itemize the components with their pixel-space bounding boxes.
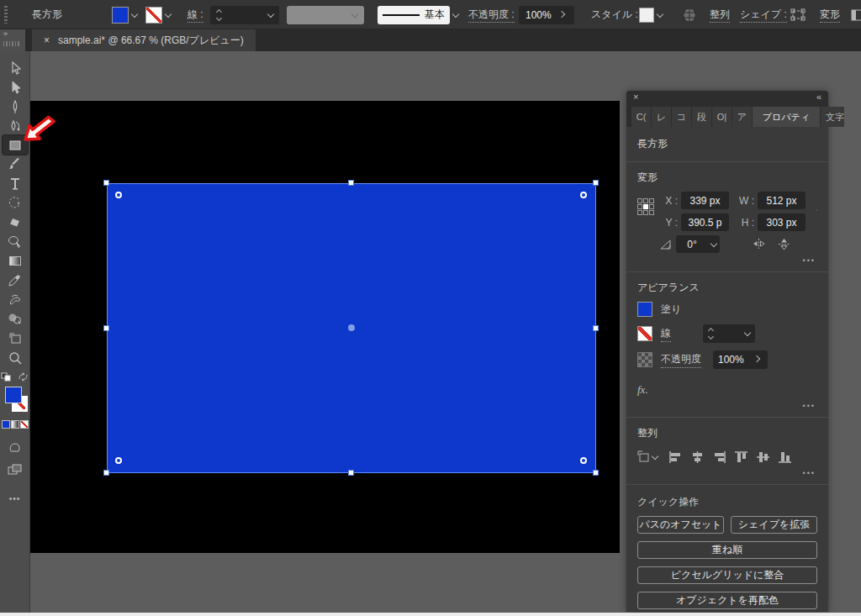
zoom-tool[interactable] xyxy=(3,348,28,367)
eraser-tool[interactable] xyxy=(3,213,28,232)
control-bar-grip[interactable] xyxy=(4,6,8,24)
appearance-fill-label[interactable]: 塗り xyxy=(661,303,681,317)
recolor-object-button[interactable]: オブジェクトを再配色 xyxy=(637,592,817,609)
selection-handle[interactable] xyxy=(593,180,599,186)
appearance-stroke-label[interactable]: 線 xyxy=(661,326,671,342)
align-to-chevron-icon[interactable] xyxy=(652,453,658,460)
appearance-fill-swatch[interactable] xyxy=(637,302,652,317)
transform-more-options[interactable]: ••• xyxy=(637,253,817,271)
align-panel-button[interactable]: 整列 xyxy=(710,8,730,23)
selection-handle[interactable] xyxy=(103,325,109,331)
appearance-opacity-label[interactable]: 不透明度 xyxy=(661,352,701,368)
opacity-popup-icon[interactable] xyxy=(753,355,759,362)
panel-collapse-icon[interactable]: « xyxy=(816,92,821,102)
transform-panel-button[interactable]: 変形 xyxy=(820,8,840,23)
stroke-weight-control[interactable] xyxy=(210,0,279,29)
align-more-options[interactable]: ••• xyxy=(637,466,817,484)
screen-mode-button[interactable] xyxy=(3,460,28,479)
draw-mode-button[interactable] xyxy=(3,437,28,456)
reference-point-locator[interactable] xyxy=(637,198,654,253)
rotation-angle-value[interactable]: 0° xyxy=(676,239,708,250)
align-center-horizontal-icon[interactable] xyxy=(690,450,705,464)
appearance-opacity-value[interactable]: 100% xyxy=(718,354,744,366)
stroke-weight-stepper[interactable] xyxy=(705,329,716,339)
eyedropper-tool[interactable] xyxy=(3,271,28,290)
type-tool[interactable] xyxy=(3,174,28,193)
edit-toolbar-button[interactable]: ••• xyxy=(9,494,21,503)
align-left-icon[interactable] xyxy=(668,450,683,464)
selection-tool[interactable] xyxy=(3,58,28,77)
recolor-artwork-button[interactable] xyxy=(682,0,697,29)
selection-handle[interactable] xyxy=(348,180,354,186)
corner-radius-widget[interactable] xyxy=(115,457,122,464)
flip-vertical-icon[interactable] xyxy=(778,238,790,250)
dock-grip[interactable] xyxy=(3,41,20,46)
fx-effects-button[interactable]: fx. xyxy=(637,376,817,398)
color-mode-gradient-icon[interactable] xyxy=(11,420,19,429)
panel-header[interactable]: × « xyxy=(626,91,828,104)
brush-chevron-icon[interactable] xyxy=(452,10,459,17)
align-top-icon[interactable] xyxy=(734,450,748,464)
opacity-label[interactable]: 不透明度 : xyxy=(468,8,515,23)
w-input[interactable]: 512 px xyxy=(758,192,806,209)
stroke-color-well[interactable] xyxy=(145,0,174,29)
style-swatch[interactable] xyxy=(639,8,654,23)
panel-tab[interactable]: 文字 xyxy=(821,107,844,127)
fill-color-well[interactable] xyxy=(112,0,140,29)
stroke-weight-label[interactable]: 線 : xyxy=(188,8,203,23)
shape-panel-label[interactable]: シェイプ : xyxy=(740,8,787,23)
paintbrush-tool[interactable] xyxy=(3,155,28,174)
align-center-vertical-icon[interactable] xyxy=(756,450,770,464)
selection-handle[interactable] xyxy=(348,470,354,476)
corner-radius-widget[interactable] xyxy=(580,192,587,198)
link-dimensions-icon[interactable] xyxy=(816,202,817,218)
panel-tab[interactable]: O| xyxy=(712,107,732,127)
graphic-style-well[interactable] xyxy=(639,0,666,29)
center-point[interactable] xyxy=(348,324,355,331)
brush-definition-dropdown[interactable]: 基本 xyxy=(378,0,462,29)
panel-tab[interactable]: レ xyxy=(652,107,671,127)
x-input[interactable]: 339 px xyxy=(681,192,729,209)
appearance-stroke-swatch[interactable] xyxy=(637,326,652,341)
fill-well-blue[interactable] xyxy=(5,387,22,403)
shape-builder-tool[interactable] xyxy=(3,232,28,251)
align-right-icon[interactable] xyxy=(712,450,726,464)
selection-handle[interactable] xyxy=(103,470,109,476)
rotation-chevron-icon[interactable] xyxy=(710,240,717,246)
align-bottom-icon[interactable] xyxy=(778,450,792,464)
artboard-tool[interactable] xyxy=(3,329,28,348)
stroke-weight-stepper[interactable] xyxy=(213,10,224,20)
opacity-value[interactable]: 100% xyxy=(526,9,552,21)
shaper-tool[interactable] xyxy=(3,290,28,309)
shape-icon[interactable] xyxy=(790,0,806,29)
color-mode-none-icon[interactable] xyxy=(20,420,29,429)
arrange-button[interactable]: 重ね順 xyxy=(637,541,817,559)
selection-handle[interactable] xyxy=(103,180,109,186)
color-mode-fill-icon[interactable] xyxy=(2,420,10,429)
align-to-dropdown[interactable] xyxy=(637,450,661,464)
corner-radius-widget[interactable] xyxy=(115,192,122,198)
gradient-tool[interactable] xyxy=(3,251,28,271)
panel-close-icon[interactable]: × xyxy=(633,92,638,102)
rotation-angle-select[interactable]: 0° xyxy=(676,235,720,253)
h-input[interactable]: 303 px xyxy=(758,213,806,231)
opacity-control[interactable]: 100% xyxy=(519,0,574,29)
corner-radius-widget[interactable] xyxy=(580,457,587,464)
toolbar-dock-header[interactable]: » xyxy=(0,29,25,51)
panel-tab-properties[interactable]: プロパティ xyxy=(753,107,820,127)
style-chevron-icon[interactable] xyxy=(657,10,663,17)
panel-tab[interactable]: C( xyxy=(631,107,651,127)
selection-handle[interactable] xyxy=(593,325,599,331)
panel-tab[interactable]: コ xyxy=(672,107,691,127)
expand-dock-icon[interactable]: » xyxy=(3,29,7,38)
tab-close-icon[interactable]: × xyxy=(44,34,50,46)
align-pixel-grid-button[interactable]: ピクセルグリッドに整合 xyxy=(637,566,817,584)
flip-horizontal-icon[interactable] xyxy=(752,238,766,250)
appearance-stroke-weight[interactable] xyxy=(703,324,755,343)
stroke-chevron-icon[interactable] xyxy=(165,10,172,17)
group-selection-tool[interactable] xyxy=(3,309,28,329)
rotate-tool[interactable] xyxy=(3,193,28,213)
opacity-popup-icon[interactable] xyxy=(558,10,565,17)
appearance-more-options[interactable]: ••• xyxy=(637,398,817,417)
fill-stroke-wells[interactable] xyxy=(1,385,29,419)
